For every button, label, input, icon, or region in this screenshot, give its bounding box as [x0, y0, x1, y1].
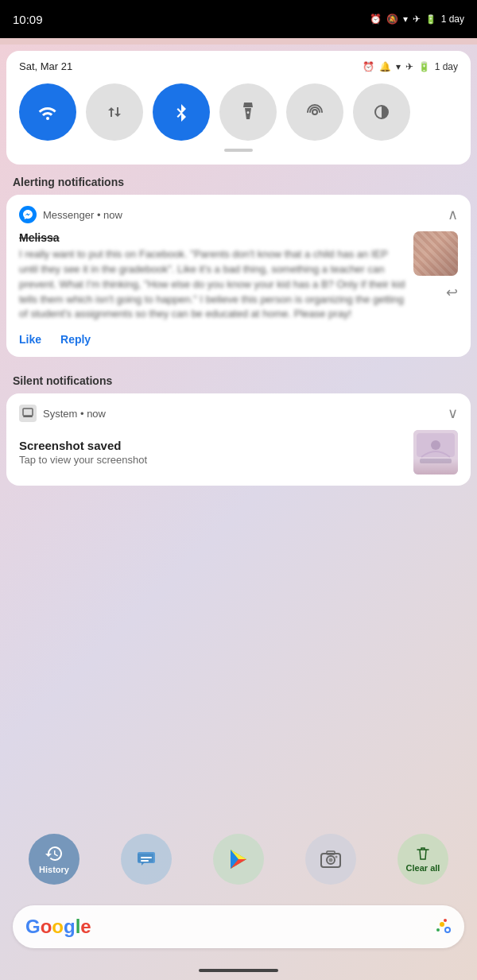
camera-dock-button[interactable]: [305, 834, 356, 885]
system-text: Screenshot saved Tap to view your screen…: [19, 439, 147, 466]
messages-dock-button[interactable]: [121, 834, 172, 885]
history-label: History: [39, 865, 69, 874]
qs-tile-bluetooth[interactable]: [153, 83, 210, 141]
qs-battery-label: 1 day: [435, 61, 458, 72]
status-bar: 10:09 ⏰ 🔕 ▾ ✈ 🔋 1 day: [0, 0, 477, 38]
qs-drag-handle[interactable]: [224, 149, 253, 152]
svg-point-0: [312, 110, 317, 114]
svg-point-16: [329, 858, 333, 862]
qs-status-icons: ⏰ 🔔 ▾ ✈ 🔋 1 day: [363, 61, 458, 72]
status-icons: ⏰ 🔕 ▾ ✈ 🔋 1 day: [370, 14, 464, 25]
notif-message: I really want to put this on Facebook. "…: [19, 247, 405, 322]
qs-mute-icon: 🔔: [379, 61, 391, 72]
qs-tile-wifi[interactable]: [19, 83, 76, 141]
play-store-dock-button[interactable]: [213, 834, 264, 885]
wifi-icon: ▾: [403, 14, 408, 25]
google-mic-icon[interactable]: [434, 916, 452, 938]
qs-tile-darkmode[interactable]: [353, 83, 410, 141]
messenger-icon: [19, 206, 37, 223]
svg-rect-9: [141, 860, 149, 862]
system-notif-header: System • now ∨: [19, 405, 458, 422]
qs-tile-data[interactable]: [86, 83, 143, 141]
svg-point-21: [440, 922, 444, 927]
system-notif-body: Screenshot saved Tap to view your screen…: [19, 430, 458, 475]
notif-app-name: Messenger • now: [43, 209, 122, 221]
svg-point-18: [335, 856, 338, 858]
google-logo: Google: [25, 916, 91, 938]
clear-all-button[interactable]: Clear all: [398, 834, 448, 885]
notif-text-area: Melissa I really want to put this on Fac…: [19, 231, 405, 322]
status-time: 10:09: [13, 13, 370, 26]
screenshot-title: Screenshot saved: [19, 439, 147, 452]
content-area: Sat, Mar 21 ⏰ 🔔 ▾ ✈ 🔋 1 day: [0, 45, 477, 980]
screenshot-subtitle: Tap to view your screenshot: [19, 454, 147, 466]
qs-date: Sat, Mar 21: [19, 60, 72, 72]
qs-header: Sat, Mar 21 ⏰ 🔔 ▾ ✈ 🔋 1 day: [19, 60, 458, 72]
system-notif-expand-icon[interactable]: ∨: [448, 405, 458, 422]
system-notification[interactable]: System • now ∨ Screenshot saved Tap to v…: [6, 393, 471, 486]
screenshot-thumbnail: [413, 430, 458, 475]
silent-section-label: Silent notifications: [0, 363, 477, 393]
svg-point-6: [431, 440, 440, 450]
qs-tile-hotspot[interactable]: [286, 83, 343, 141]
qs-airplane-icon: ✈: [405, 61, 413, 72]
quick-settings-panel: Sat, Mar 21 ⏰ 🔔 ▾ ✈ 🔋 1 day: [6, 51, 471, 165]
svg-rect-2: [23, 409, 33, 416]
qs-alarm-icon: ⏰: [363, 61, 374, 72]
qs-battery-icon: 🔋: [418, 61, 430, 72]
qs-wifi-icon: ▾: [396, 61, 401, 72]
svg-point-23: [444, 919, 447, 922]
svg-rect-5: [420, 459, 452, 463]
svg-rect-8: [141, 857, 152, 858]
like-button[interactable]: Like: [19, 333, 41, 346]
qs-tile-flashlight[interactable]: [219, 83, 277, 141]
airplane-icon: ✈: [413, 14, 421, 25]
battery-icon: 🔋: [425, 14, 436, 25]
notif-avatar: [413, 231, 458, 276]
notif-actions: Like Reply: [19, 333, 458, 346]
qs-tiles: [19, 83, 458, 141]
messenger-notification[interactable]: Messenger • now ∧ Melissa I really want …: [6, 195, 471, 357]
bottom-dock: History: [0, 834, 477, 885]
notif-sender: Melissa: [19, 231, 405, 244]
home-indicator[interactable]: [199, 969, 278, 972]
notif-app-info: Messenger • now: [19, 206, 122, 223]
alerting-section-label: Alerting notifications: [0, 165, 477, 195]
mute-icon: 🔕: [386, 14, 398, 25]
system-icon: [19, 405, 37, 422]
svg-point-20: [446, 928, 449, 932]
notif-reply-arrow-icon: ↩: [446, 284, 458, 301]
clear-all-label: Clear all: [406, 863, 440, 873]
notif-body: Melissa I really want to put this on Fac…: [19, 231, 458, 322]
notif-header: Messenger • now ∧: [19, 206, 458, 223]
system-app-info: System • now: [19, 405, 106, 422]
notif-collapse-icon[interactable]: ∧: [448, 206, 458, 223]
history-button[interactable]: History: [29, 834, 80, 885]
battery-label: 1 day: [441, 14, 464, 25]
alarm-icon: ⏰: [370, 14, 382, 25]
google-search-bar[interactable]: Google: [13, 905, 464, 948]
svg-point-22: [436, 928, 440, 932]
reply-button[interactable]: Reply: [60, 333, 91, 346]
system-app-name: System • now: [43, 408, 106, 420]
